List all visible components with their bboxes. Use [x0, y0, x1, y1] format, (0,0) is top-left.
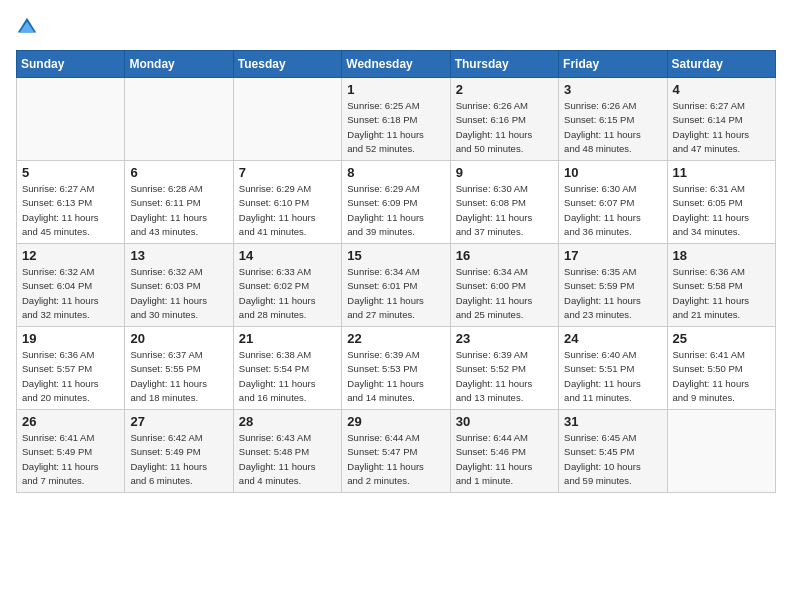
day-cell: 12Sunrise: 6:32 AMSunset: 6:04 PMDayligh…	[17, 244, 125, 327]
day-cell: 1Sunrise: 6:25 AMSunset: 6:18 PMDaylight…	[342, 78, 450, 161]
day-info: Sunrise: 6:35 AMSunset: 5:59 PMDaylight:…	[564, 265, 661, 322]
info-line: and 16 minutes.	[239, 391, 336, 405]
day-cell: 30Sunrise: 6:44 AMSunset: 5:46 PMDayligh…	[450, 410, 558, 493]
info-line: Sunrise: 6:38 AM	[239, 348, 336, 362]
day-info: Sunrise: 6:39 AMSunset: 5:52 PMDaylight:…	[456, 348, 553, 405]
info-line: Sunrise: 6:26 AM	[456, 99, 553, 113]
day-number: 18	[673, 248, 770, 263]
day-info: Sunrise: 6:41 AMSunset: 5:49 PMDaylight:…	[22, 431, 119, 488]
info-line: Sunrise: 6:39 AM	[456, 348, 553, 362]
day-cell	[17, 78, 125, 161]
info-line: and 47 minutes.	[673, 142, 770, 156]
info-line: Daylight: 11 hours	[456, 211, 553, 225]
info-line: and 30 minutes.	[130, 308, 227, 322]
info-line: Sunset: 6:11 PM	[130, 196, 227, 210]
info-line: Sunset: 6:14 PM	[673, 113, 770, 127]
info-line: Daylight: 11 hours	[456, 460, 553, 474]
day-cell: 13Sunrise: 6:32 AMSunset: 6:03 PMDayligh…	[125, 244, 233, 327]
day-number: 22	[347, 331, 444, 346]
day-cell: 27Sunrise: 6:42 AMSunset: 5:49 PMDayligh…	[125, 410, 233, 493]
day-cell: 6Sunrise: 6:28 AMSunset: 6:11 PMDaylight…	[125, 161, 233, 244]
info-line: Sunset: 5:55 PM	[130, 362, 227, 376]
day-info: Sunrise: 6:25 AMSunset: 6:18 PMDaylight:…	[347, 99, 444, 156]
day-cell: 22Sunrise: 6:39 AMSunset: 5:53 PMDayligh…	[342, 327, 450, 410]
info-line: Sunset: 5:58 PM	[673, 279, 770, 293]
info-line: and 13 minutes.	[456, 391, 553, 405]
info-line: Sunset: 5:50 PM	[673, 362, 770, 376]
info-line: Sunset: 5:46 PM	[456, 445, 553, 459]
info-line: Sunset: 6:15 PM	[564, 113, 661, 127]
day-number: 27	[130, 414, 227, 429]
day-cell: 4Sunrise: 6:27 AMSunset: 6:14 PMDaylight…	[667, 78, 775, 161]
day-number: 2	[456, 82, 553, 97]
info-line: Daylight: 11 hours	[130, 211, 227, 225]
info-line: Sunset: 5:45 PM	[564, 445, 661, 459]
day-cell: 31Sunrise: 6:45 AMSunset: 5:45 PMDayligh…	[559, 410, 667, 493]
day-number: 10	[564, 165, 661, 180]
day-info: Sunrise: 6:36 AMSunset: 5:57 PMDaylight:…	[22, 348, 119, 405]
info-line: Daylight: 11 hours	[22, 294, 119, 308]
day-info: Sunrise: 6:32 AMSunset: 6:04 PMDaylight:…	[22, 265, 119, 322]
info-line: Sunrise: 6:41 AM	[673, 348, 770, 362]
day-number: 24	[564, 331, 661, 346]
info-line: Sunrise: 6:29 AM	[347, 182, 444, 196]
day-number: 31	[564, 414, 661, 429]
info-line: Sunrise: 6:27 AM	[673, 99, 770, 113]
info-line: Sunset: 6:18 PM	[347, 113, 444, 127]
day-info: Sunrise: 6:44 AMSunset: 5:46 PMDaylight:…	[456, 431, 553, 488]
day-cell	[667, 410, 775, 493]
day-number: 15	[347, 248, 444, 263]
info-line: and 6 minutes.	[130, 474, 227, 488]
column-header-friday: Friday	[559, 51, 667, 78]
info-line: Daylight: 11 hours	[347, 294, 444, 308]
info-line: and 28 minutes.	[239, 308, 336, 322]
day-cell: 7Sunrise: 6:29 AMSunset: 6:10 PMDaylight…	[233, 161, 341, 244]
day-number: 16	[456, 248, 553, 263]
info-line: and 41 minutes.	[239, 225, 336, 239]
day-info: Sunrise: 6:34 AMSunset: 6:00 PMDaylight:…	[456, 265, 553, 322]
info-line: Sunrise: 6:27 AM	[22, 182, 119, 196]
info-line: Sunrise: 6:45 AM	[564, 431, 661, 445]
info-line: Sunset: 6:01 PM	[347, 279, 444, 293]
day-number: 23	[456, 331, 553, 346]
day-number: 14	[239, 248, 336, 263]
info-line: Sunset: 6:09 PM	[347, 196, 444, 210]
day-cell	[125, 78, 233, 161]
info-line: Sunset: 6:08 PM	[456, 196, 553, 210]
day-cell: 26Sunrise: 6:41 AMSunset: 5:49 PMDayligh…	[17, 410, 125, 493]
info-line: and 14 minutes.	[347, 391, 444, 405]
week-row-2: 12Sunrise: 6:32 AMSunset: 6:04 PMDayligh…	[17, 244, 776, 327]
info-line: Daylight: 11 hours	[22, 460, 119, 474]
info-line: and 34 minutes.	[673, 225, 770, 239]
info-line: Sunset: 5:54 PM	[239, 362, 336, 376]
day-cell: 21Sunrise: 6:38 AMSunset: 5:54 PMDayligh…	[233, 327, 341, 410]
column-header-wednesday: Wednesday	[342, 51, 450, 78]
info-line: and 20 minutes.	[22, 391, 119, 405]
info-line: Sunrise: 6:41 AM	[22, 431, 119, 445]
logo	[16, 16, 42, 38]
week-row-1: 5Sunrise: 6:27 AMSunset: 6:13 PMDaylight…	[17, 161, 776, 244]
info-line: Daylight: 11 hours	[564, 128, 661, 142]
info-line: Daylight: 11 hours	[347, 377, 444, 391]
info-line: Sunset: 6:13 PM	[22, 196, 119, 210]
day-info: Sunrise: 6:29 AMSunset: 6:09 PMDaylight:…	[347, 182, 444, 239]
info-line: Sunset: 6:10 PM	[239, 196, 336, 210]
info-line: Daylight: 11 hours	[347, 128, 444, 142]
day-info: Sunrise: 6:26 AMSunset: 6:16 PMDaylight:…	[456, 99, 553, 156]
info-line: Daylight: 11 hours	[239, 294, 336, 308]
day-cell: 17Sunrise: 6:35 AMSunset: 5:59 PMDayligh…	[559, 244, 667, 327]
day-number: 25	[673, 331, 770, 346]
day-number: 1	[347, 82, 444, 97]
info-line: Sunset: 6:05 PM	[673, 196, 770, 210]
info-line: and 7 minutes.	[22, 474, 119, 488]
info-line: Sunrise: 6:25 AM	[347, 99, 444, 113]
day-cell: 18Sunrise: 6:36 AMSunset: 5:58 PMDayligh…	[667, 244, 775, 327]
info-line: and 52 minutes.	[347, 142, 444, 156]
day-info: Sunrise: 6:38 AMSunset: 5:54 PMDaylight:…	[239, 348, 336, 405]
info-line: Daylight: 11 hours	[130, 460, 227, 474]
info-line: Sunrise: 6:32 AM	[22, 265, 119, 279]
info-line: Daylight: 11 hours	[673, 128, 770, 142]
info-line: Daylight: 11 hours	[456, 294, 553, 308]
day-info: Sunrise: 6:36 AMSunset: 5:58 PMDaylight:…	[673, 265, 770, 322]
info-line: and 32 minutes.	[22, 308, 119, 322]
